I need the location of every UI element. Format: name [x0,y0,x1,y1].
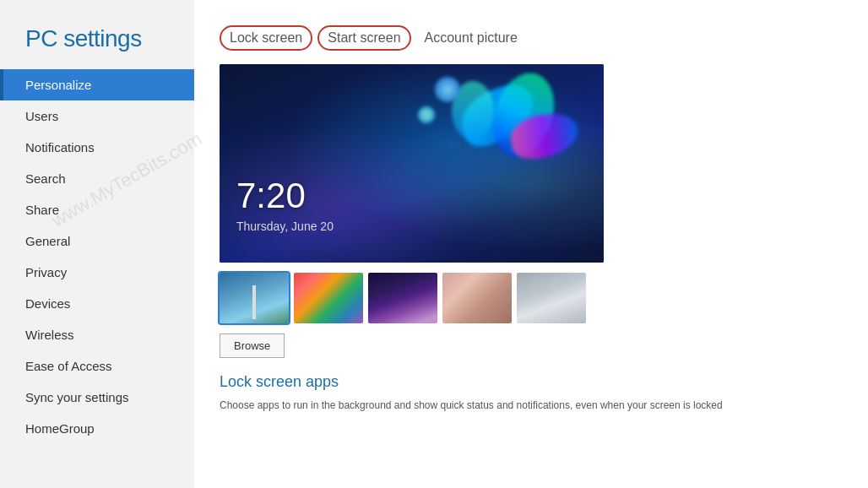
browse-button[interactable]: Browse [220,333,285,358]
swirl-decoration-5 [435,77,460,102]
sidebar-item-users[interactable]: Users [0,100,194,132]
sidebar-item-privacy[interactable]: Privacy [0,257,194,288]
sidebar-item-homegroup[interactable]: HomeGroup [0,413,194,444]
wallpaper-thumb-4[interactable] [442,273,512,323]
sidebar-item-devices[interactable]: Devices [0,288,194,319]
wallpaper-thumb-5[interactable] [517,273,586,323]
sidebar-item-sync-settings[interactable]: Sync your settings [0,382,194,413]
sidebar-item-search[interactable]: Search [0,163,194,194]
tab-account-picture[interactable]: Account picture [416,27,526,49]
wallpaper-thumb-1[interactable] [220,273,289,323]
lock-screen-preview: 7:20 Thursday, June 20 [220,64,604,263]
sidebar-item-general[interactable]: General [0,225,194,257]
wallpaper-thumbnails [220,273,843,323]
lock-screen-apps-description: Choose apps to run in the background and… [220,398,843,413]
sidebar-item-ease-of-access[interactable]: Ease of Access [0,350,194,382]
wallpaper-thumb-3[interactable] [368,273,437,323]
swirl-decoration-6 [418,106,435,123]
tabs-row: Lock screen Start screen Account picture [220,25,843,51]
tab-start-screen[interactable]: Start screen [317,25,410,51]
sidebar-item-notifications[interactable]: Notifications [0,132,194,163]
sidebar-item-wireless[interactable]: Wireless [0,319,194,350]
lock-screen-apps-title: Lock screen apps [220,373,843,391]
sidebar: PC settings Personalize Users Notificati… [0,0,194,488]
wallpaper-thumb-2[interactable] [294,273,363,323]
app-title: PC settings [0,25,194,69]
sidebar-item-share[interactable]: Share [0,194,194,225]
tab-lock-screen[interactable]: Lock screen [220,25,312,51]
lock-screen-date: Thursday, June 20 [236,220,334,233]
main-content: Lock screen Start screen Account picture… [194,0,868,488]
lock-screen-time: 7:20 [236,176,306,216]
sidebar-item-personalize[interactable]: Personalize [0,69,194,100]
